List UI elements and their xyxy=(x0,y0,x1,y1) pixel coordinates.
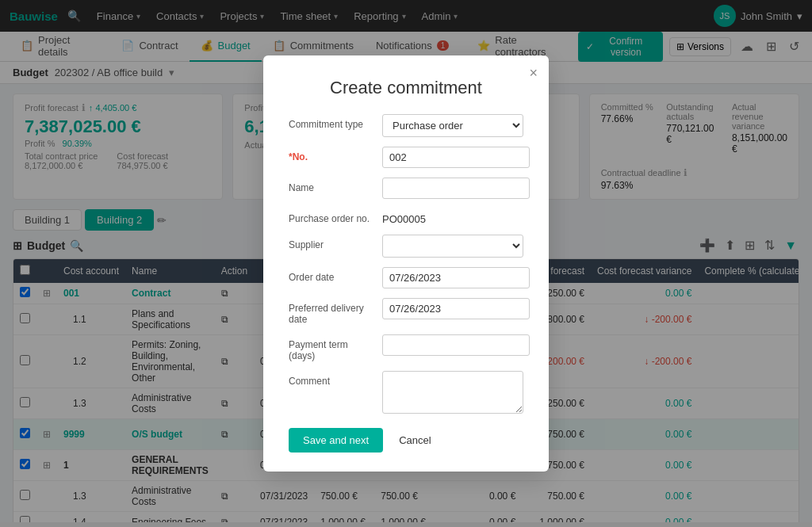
no-input[interactable] xyxy=(382,147,530,168)
po-row: Purchase order no. PO00005 xyxy=(289,208,523,225)
modal-title: Create commitment xyxy=(289,78,523,98)
comment-row: Comment xyxy=(289,371,523,414)
no-label: *No. xyxy=(289,147,376,162)
name-row: Name xyxy=(289,178,523,199)
supplier-label: Supplier xyxy=(289,235,376,250)
commitment-type-select[interactable]: Purchase order Subcontract Other xyxy=(382,114,523,137)
po-label: Purchase order no. xyxy=(289,208,376,224)
order-date-input[interactable] xyxy=(382,267,530,288)
delivery-date-row: Preferred delivery date xyxy=(289,298,523,325)
payment-term-input[interactable] xyxy=(382,334,530,356)
name-input[interactable] xyxy=(382,178,530,199)
supplier-row: Supplier xyxy=(289,235,523,258)
delivery-date-input[interactable] xyxy=(382,298,530,319)
po-value: PO00005 xyxy=(382,208,426,225)
close-button[interactable]: × xyxy=(529,65,538,82)
order-date-label: Order date xyxy=(289,267,376,283)
supplier-select[interactable] xyxy=(382,235,523,258)
payment-term-row: Payment term (days) xyxy=(289,334,523,361)
save-and-next-button[interactable]: Save and next xyxy=(289,428,383,453)
cancel-button[interactable]: Cancel xyxy=(391,428,439,453)
create-commitment-modal: × Create commitment Commitment type Purc… xyxy=(263,55,549,472)
no-row: *No. xyxy=(289,147,523,168)
modal-overlay[interactable]: × Create commitment Commitment type Purc… xyxy=(0,0,812,527)
comment-input[interactable] xyxy=(382,371,523,414)
modal-actions: Save and next Cancel xyxy=(289,428,523,453)
name-label: Name xyxy=(289,178,376,193)
order-date-row: Order date xyxy=(289,267,523,288)
payment-term-label: Payment term (days) xyxy=(289,334,376,361)
delivery-date-label: Preferred delivery date xyxy=(289,298,376,325)
commitment-type-row: Commitment type Purchase order Subcontra… xyxy=(289,114,523,137)
comment-label: Comment xyxy=(289,371,376,387)
commitment-type-label: Commitment type xyxy=(289,114,376,130)
